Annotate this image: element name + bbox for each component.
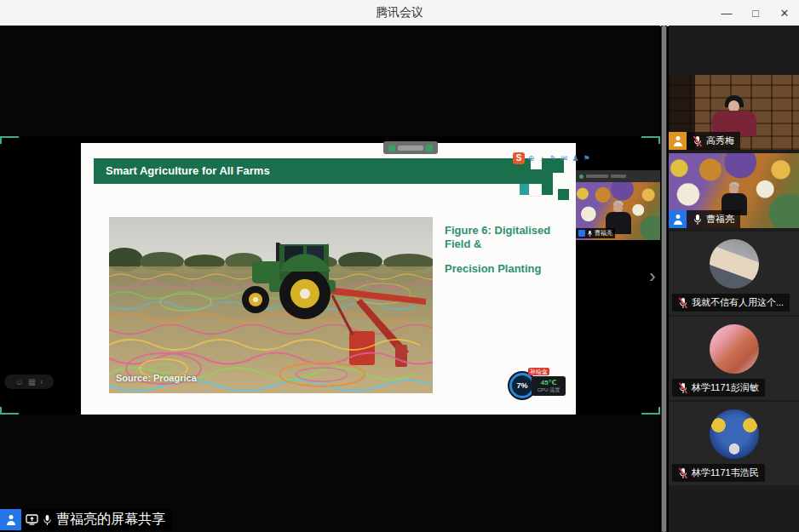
person-icon: [6, 515, 16, 525]
person-icon: [673, 136, 683, 146]
participant-name-label: 曹福亮: [687, 210, 740, 228]
mini-title-blur: [586, 174, 608, 178]
minimize-button[interactable]: —: [712, 0, 741, 26]
avatar: [710, 324, 759, 374]
participant-tile[interactable]: 高秀梅: [669, 75, 799, 150]
slide-title: Smart Agriculture for All Farms: [94, 158, 564, 184]
mini-meeting-window: 曹福亮: [576, 170, 660, 240]
share-banner-label: 曹福亮的屏幕共享: [21, 509, 172, 530]
presentation-slide: Smart Agriculture for All Farms S ⊕ ♪ ✎ …: [81, 143, 576, 415]
participant-tile[interactable]: 林学1171韦浩民: [669, 402, 799, 485]
participant-figure: [712, 95, 756, 136]
mini-name-label: 曹福亮: [576, 228, 615, 238]
field-illustration: [109, 217, 433, 393]
share-corner-marker: [641, 136, 660, 144]
participant-name: 我就不信有人用这个...: [692, 296, 784, 309]
mini-participant-name: 曹福亮: [595, 229, 612, 237]
mini-mic-icon: [579, 174, 583, 179]
annotation-tool-icon[interactable]: ⚑: [582, 152, 591, 163]
pill-green-icon: [388, 145, 395, 152]
participant-name: 高秀梅: [706, 134, 734, 147]
photo-source-credit: Source: Proagrica: [116, 373, 197, 383]
participant-name: 林学1171彭润敏: [692, 381, 759, 394]
checker-square: [558, 189, 569, 200]
member-badge-icon: [669, 210, 687, 228]
meeting-window: 腾讯会议 — □ ✕ Smart Agriculture for All Far…: [0, 0, 799, 532]
mic-muted-icon: [678, 467, 688, 479]
mini-title-blur: [611, 174, 626, 178]
annotation-tool-icon[interactable]: ⊕: [526, 152, 536, 163]
mic-muted-icon: [693, 135, 703, 147]
mic-icon: [43, 514, 52, 526]
figure-caption-line2: Precision Planting: [445, 262, 572, 276]
sidebar-scrollbar[interactable]: [661, 26, 667, 532]
performance-widget: 7% 45℃ CPU·温度 补给盒: [509, 369, 566, 400]
shared-screen-stage: Smart Agriculture for All Farms S ⊕ ♪ ✎ …: [0, 26, 660, 532]
mic-muted-icon: [678, 382, 688, 394]
tractor-field-photo: Source: Proagrica: [109, 217, 433, 393]
participant-tile[interactable]: 我就不信有人用这个...: [669, 232, 799, 315]
slide-title-banner: Smart Agriculture for All Farms: [94, 158, 564, 184]
share-region: Smart Agriculture for All Farms S ⊕ ♪ ✎ …: [0, 136, 660, 415]
person-icon: [673, 215, 683, 225]
participant-name: 曹福亮: [706, 213, 734, 226]
participant-name-label: 林学1171彭润敏: [672, 379, 765, 397]
member-badge-icon: [669, 132, 687, 150]
mic-icon: [587, 230, 593, 237]
emoji-icon[interactable]: ☺: [14, 377, 23, 386]
annotation-tool-icon[interactable]: ✉: [560, 152, 569, 163]
share-corner-marker: [641, 407, 660, 415]
checker-square: [529, 184, 542, 197]
figure-caption: Figure 6: Digitalised Field & Precision …: [445, 224, 572, 288]
annotation-tool-icon[interactable]: ♪: [537, 152, 547, 163]
pill-green-icon: [426, 145, 433, 152]
pill-label-blur: [398, 146, 423, 151]
checker-square: [553, 173, 564, 184]
participant-name: 林学1171韦浩民: [692, 466, 759, 479]
annotation-toolbar[interactable]: S ⊕ ♪ ✎ ✉ ♟ ⚑: [513, 152, 591, 164]
collapse-chevron-icon[interactable]: ‹: [40, 377, 43, 386]
mic-on-icon: [693, 214, 703, 226]
avatar: [710, 409, 759, 459]
panel-icon[interactable]: ▦: [28, 377, 36, 386]
share-control-pill[interactable]: [383, 141, 438, 154]
member-badge-icon: [0, 509, 21, 530]
screen-share-icon: [26, 514, 38, 525]
annotation-tool-icon[interactable]: ♟: [571, 152, 580, 163]
participant-tile-active-speaker[interactable]: 曹福亮: [669, 153, 799, 228]
participant-tile[interactable]: 林学1171彭润敏: [669, 317, 799, 400]
collapsed-toolbar-pill[interactable]: ☺ ▦ ‹: [4, 375, 54, 389]
window-controls: — □ ✕: [712, 0, 799, 26]
cpu-temperature: 45℃: [541, 379, 557, 386]
title-bar: 腾讯会议 — □ ✕: [0, 0, 799, 26]
scrollbar-thumb[interactable]: [662, 26, 666, 532]
widget-badge: 补给盒: [528, 368, 549, 375]
screen-share-banner: 曹福亮的屏幕共享: [0, 509, 172, 530]
participants-sidebar: 高秀梅 曹福亮: [669, 26, 799, 532]
annotation-tool-icon[interactable]: ✎: [549, 152, 558, 163]
temperature-panel: 45℃ CPU·温度: [532, 376, 566, 396]
figure-caption-line1: Figure 6: Digitalised Field &: [445, 224, 572, 250]
share-banner-text: 曹福亮的屏幕共享: [56, 511, 165, 529]
close-button[interactable]: ✕: [770, 0, 799, 26]
checker-square: [542, 184, 553, 195]
annotation-app-icon[interactable]: S: [513, 152, 525, 164]
member-badge-icon: [578, 230, 585, 237]
participant-name-label: 高秀梅: [687, 132, 740, 150]
avatar: [710, 239, 759, 289]
mic-muted-icon: [678, 297, 688, 309]
participant-name-label: 我就不信有人用这个...: [672, 294, 790, 312]
share-corner-marker: [0, 407, 19, 415]
mini-window-titlebar: [576, 170, 660, 182]
share-corner-marker: [0, 136, 19, 144]
maximize-button[interactable]: □: [741, 0, 770, 26]
next-page-chevron[interactable]: ›: [644, 266, 661, 288]
window-title: 腾讯会议: [376, 5, 423, 20]
participant-name-label: 林学1171韦浩民: [672, 464, 765, 482]
cpu-temperature-label: CPU·温度: [537, 386, 560, 393]
mini-video-tile: 曹福亮: [576, 182, 660, 240]
